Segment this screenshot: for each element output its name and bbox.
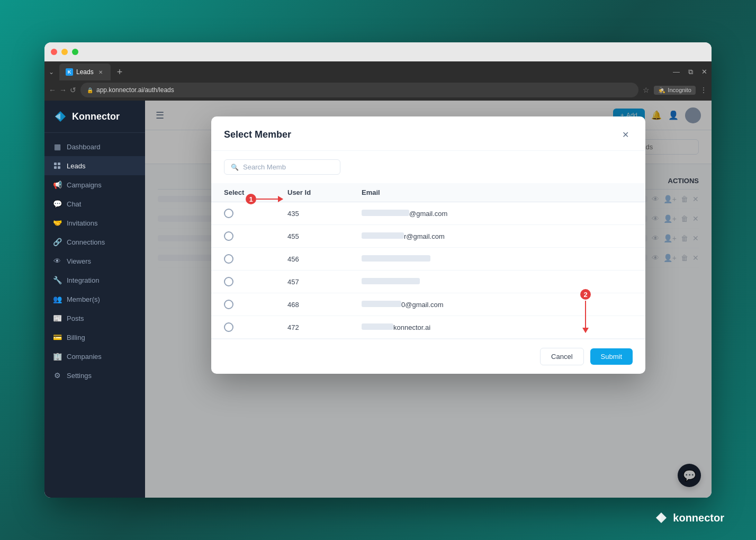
member-table-header: Select User Id Email bbox=[211, 183, 645, 202]
brand-logo-icon bbox=[654, 510, 669, 525]
userid-5: 468 bbox=[287, 301, 362, 309]
incognito-icon: 🕵 bbox=[658, 87, 665, 94]
sidebar-item-chat[interactable]: 💬 Chat bbox=[44, 194, 145, 213]
logo-icon bbox=[53, 109, 68, 124]
member-row-2: 455 r@gmail.com bbox=[211, 225, 645, 248]
chat-icon: 💬 bbox=[53, 200, 61, 208]
brand-footer: konnector bbox=[654, 510, 724, 525]
sidebar-item-integration[interactable]: 🔧 Integration bbox=[44, 271, 145, 290]
sidebar-label-integration: Integration bbox=[67, 276, 99, 284]
chrome-minimize-icon[interactable]: — bbox=[673, 68, 680, 76]
chrome-menu-icon[interactable]: ⋮ bbox=[700, 86, 707, 94]
brand-name-text: konnector bbox=[673, 512, 724, 524]
sidebar: Konnector ▦ Dashboard bbox=[44, 101, 145, 498]
cancel-button[interactable]: Cancel bbox=[540, 348, 583, 365]
member-table: Select User Id Email 435 @gmail.com bbox=[211, 183, 645, 339]
member-row-3: 456 bbox=[211, 248, 645, 271]
email-6: konnector.ai bbox=[362, 323, 633, 331]
reload-button[interactable]: ↺ bbox=[70, 86, 76, 94]
main-content: ☰ + Add 🔔 👤 + + Add Lead List bbox=[145, 101, 712, 498]
logo-text: Konnector bbox=[72, 111, 120, 122]
sidebar-item-campaigns[interactable]: 📢 Campaigns bbox=[44, 175, 145, 194]
app-layout: Konnector ▦ Dashboard bbox=[44, 101, 712, 498]
chrome-window-controls: — ⧉ ✕ bbox=[673, 68, 707, 76]
select-radio-4[interactable] bbox=[224, 277, 233, 286]
sidebar-item-companies[interactable]: 🏢 Companies bbox=[44, 347, 145, 366]
sidebar-item-posts[interactable]: 📰 Posts bbox=[44, 309, 145, 328]
maximize-window-button[interactable] bbox=[72, 49, 78, 55]
sidebar-label-dashboard: Dashboard bbox=[67, 143, 101, 151]
url-bar[interactable]: 🔒 app.konnector.ai/auth/leads bbox=[80, 83, 638, 97]
member-search-input[interactable] bbox=[243, 163, 334, 171]
chrome-restore-icon[interactable]: ⧉ bbox=[688, 68, 693, 76]
sidebar-label-connections: Connections bbox=[67, 238, 105, 246]
sidebar-item-viewers[interactable]: 👁 Viewers bbox=[44, 251, 145, 271]
tab-close-button[interactable]: ✕ bbox=[97, 68, 104, 76]
sidebar-item-invitations[interactable]: 🤝 Invitations bbox=[44, 213, 145, 232]
new-tab-button[interactable]: + bbox=[114, 67, 126, 78]
tab-favicon: K bbox=[66, 68, 73, 76]
sidebar-item-dashboard[interactable]: ▦ Dashboard bbox=[44, 137, 145, 156]
settings-icon: ⚙ bbox=[53, 371, 61, 380]
forward-button[interactable]: → bbox=[59, 86, 67, 94]
modal-backdrop[interactable]: Select Member ✕ 🔍 Select bbox=[145, 101, 712, 498]
chrome-close-icon[interactable]: ✕ bbox=[701, 68, 707, 76]
select-radio-5[interactable] bbox=[224, 300, 233, 309]
sidebar-item-leads[interactable]: Leads bbox=[44, 156, 145, 175]
userid-3: 456 bbox=[287, 255, 362, 263]
connections-icon: 🔗 bbox=[53, 238, 61, 246]
search-icon: 🔍 bbox=[231, 164, 239, 171]
sidebar-item-settings[interactable]: ⚙ Settings bbox=[44, 366, 145, 385]
submit-button[interactable]: Submit bbox=[590, 348, 633, 365]
userid-2: 455 bbox=[287, 232, 362, 240]
select-radio-6[interactable] bbox=[224, 322, 233, 332]
browser-nav-buttons: ← → ↺ bbox=[49, 86, 76, 94]
address-bar: ← → ↺ 🔒 app.konnector.ai/auth/leads ☆ 🕵 … bbox=[44, 83, 712, 101]
url-text: app.konnector.ai/auth/leads bbox=[96, 86, 174, 94]
members-icon: 👥 bbox=[53, 295, 61, 303]
sidebar-label-chat: Chat bbox=[67, 200, 81, 208]
sidebar-label-billing: Billing bbox=[67, 334, 85, 341]
userid-column-header: User Id bbox=[287, 188, 362, 196]
minimize-window-button[interactable] bbox=[61, 49, 68, 55]
svg-rect-0 bbox=[54, 163, 57, 165]
integration-icon: 🔧 bbox=[53, 276, 61, 284]
sidebar-label-viewers: Viewers bbox=[67, 257, 91, 265]
sidebar-navigation: ▦ Dashboard Leads 📢 bbox=[44, 133, 145, 498]
address-bar-actions: ☆ 🕵 Incognito ⋮ bbox=[643, 86, 707, 95]
companies-icon: 🏢 bbox=[53, 352, 61, 361]
select-radio-2[interactable] bbox=[224, 231, 233, 241]
bookmark-icon[interactable]: ☆ bbox=[643, 86, 650, 94]
modal-close-button[interactable]: ✕ bbox=[618, 127, 633, 142]
userid-1: 435 bbox=[287, 210, 362, 218]
posts-icon: 📰 bbox=[53, 314, 61, 322]
leads-icon bbox=[53, 161, 61, 170]
close-window-button[interactable] bbox=[51, 49, 57, 55]
modal-header: Select Member ✕ bbox=[211, 116, 645, 151]
dashboard-icon: ▦ bbox=[53, 142, 61, 151]
sidebar-label-members: Member(s) bbox=[67, 295, 100, 303]
select-column-header: Select bbox=[224, 188, 287, 196]
sidebar-item-billing[interactable]: 💳 Billing bbox=[44, 328, 145, 347]
sidebar-item-members[interactable]: 👥 Member(s) bbox=[44, 290, 145, 309]
sidebar-logo: Konnector bbox=[44, 101, 145, 133]
email-3 bbox=[362, 255, 633, 263]
incognito-badge: 🕵 Incognito bbox=[654, 86, 696, 95]
select-member-modal: Select Member ✕ 🔍 Select bbox=[211, 116, 645, 374]
select-radio-3[interactable] bbox=[224, 254, 233, 264]
sidebar-label-settings: Settings bbox=[67, 372, 92, 380]
member-search-box[interactable]: 🔍 bbox=[224, 159, 340, 175]
campaigns-icon: 📢 bbox=[53, 181, 61, 189]
chrome-tabs-bar: ⌄ K Leads ✕ + — ⧉ ✕ bbox=[44, 61, 712, 83]
sidebar-item-connections[interactable]: 🔗 Connections bbox=[44, 232, 145, 251]
member-row-6: 472 konnector.ai bbox=[211, 316, 645, 339]
active-browser-tab[interactable]: K Leads ✕ bbox=[59, 64, 111, 80]
member-row-5: 468 0@gmail.com bbox=[211, 293, 645, 316]
sidebar-label-companies: Companies bbox=[67, 353, 102, 361]
select-radio-1[interactable] bbox=[224, 209, 233, 218]
email-1: @gmail.com bbox=[362, 210, 633, 218]
sidebar-label-campaigns: Campaigns bbox=[67, 181, 102, 189]
billing-icon: 💳 bbox=[53, 333, 61, 341]
back-button[interactable]: ← bbox=[49, 86, 56, 94]
svg-rect-3 bbox=[58, 166, 60, 169]
